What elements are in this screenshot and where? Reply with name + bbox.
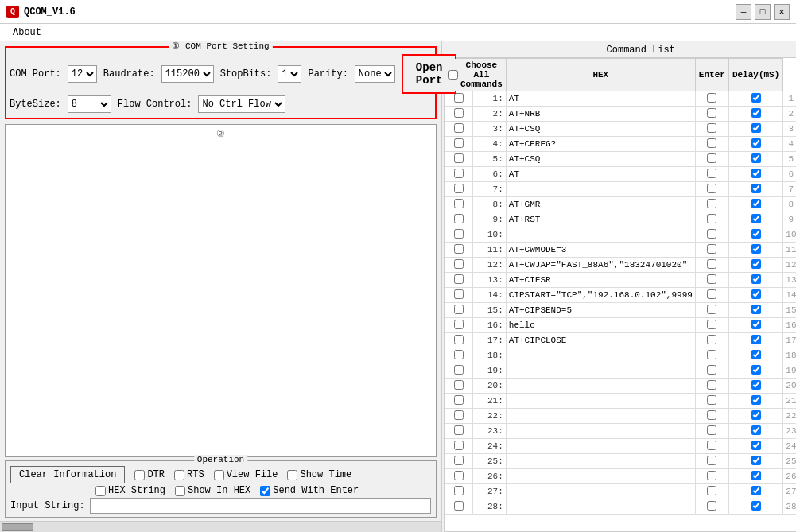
- h-scrollbar-thumb[interactable]: [2, 523, 33, 531]
- hex-checkbox[interactable]: [707, 486, 716, 495]
- row-checkbox[interactable]: [454, 501, 464, 511]
- view-file-checkbox[interactable]: [214, 470, 224, 480]
- parity-select[interactable]: None: [355, 65, 395, 83]
- hex-checkbox[interactable]: [707, 199, 716, 208]
- show-time-checkbox[interactable]: [287, 470, 297, 480]
- enter-checkbox[interactable]: [751, 471, 761, 480]
- row-checkbox[interactable]: [454, 229, 464, 239]
- hex-checkbox[interactable]: [707, 169, 716, 178]
- enter-checkbox[interactable]: [751, 395, 761, 405]
- send-with-enter-checkbox[interactable]: [260, 486, 270, 496]
- enter-checkbox[interactable]: [751, 320, 761, 329]
- show-in-hex-label[interactable]: Show In HEX: [175, 485, 250, 496]
- hex-checkbox[interactable]: [707, 320, 716, 329]
- dtr-label[interactable]: DTR: [134, 469, 165, 480]
- enter-checkbox[interactable]: [751, 214, 761, 223]
- hex-checkbox[interactable]: [707, 365, 716, 375]
- enter-checkbox[interactable]: [751, 153, 761, 163]
- enter-checkbox[interactable]: [751, 199, 761, 208]
- bytesize-select[interactable]: 8: [68, 95, 111, 113]
- enter-checkbox[interactable]: [751, 305, 761, 314]
- enter-checkbox[interactable]: [751, 441, 761, 450]
- hex-checkbox[interactable]: [707, 501, 716, 511]
- row-checkbox[interactable]: [454, 244, 464, 254]
- dtr-checkbox[interactable]: [134, 470, 145, 480]
- main-text-area[interactable]: [6, 125, 436, 456]
- hex-checkbox[interactable]: [707, 184, 716, 193]
- row-checkbox[interactable]: [454, 486, 464, 495]
- hex-checkbox[interactable]: [707, 289, 716, 299]
- row-checkbox[interactable]: [454, 471, 464, 480]
- row-checkbox[interactable]: [454, 410, 464, 420]
- enter-checkbox[interactable]: [751, 365, 761, 375]
- hex-string-label[interactable]: HEX String: [95, 485, 165, 496]
- hex-checkbox[interactable]: [707, 138, 716, 148]
- enter-checkbox[interactable]: [751, 410, 761, 420]
- rts-label[interactable]: RTS: [174, 469, 204, 480]
- hex-checkbox[interactable]: [707, 229, 716, 239]
- row-checkbox[interactable]: [454, 289, 464, 299]
- menu-about[interactable]: About: [6, 25, 48, 40]
- enter-checkbox[interactable]: [751, 289, 761, 299]
- hex-checkbox[interactable]: [707, 380, 716, 390]
- enter-checkbox[interactable]: [751, 425, 761, 435]
- hex-checkbox[interactable]: [707, 123, 716, 133]
- baudrate-select[interactable]: 115200: [161, 65, 214, 83]
- hex-checkbox[interactable]: [707, 214, 716, 223]
- row-checkbox[interactable]: [454, 395, 464, 405]
- row-checkbox[interactable]: [454, 169, 464, 178]
- row-checkbox[interactable]: [454, 123, 464, 133]
- enter-checkbox[interactable]: [751, 169, 761, 178]
- hex-checkbox[interactable]: [707, 153, 716, 163]
- hex-checkbox[interactable]: [707, 108, 716, 118]
- row-checkbox[interactable]: [454, 274, 464, 284]
- rts-checkbox[interactable]: [174, 470, 184, 480]
- hex-checkbox[interactable]: [707, 274, 716, 284]
- enter-checkbox[interactable]: [751, 259, 761, 269]
- row-checkbox[interactable]: [454, 320, 464, 329]
- enter-checkbox[interactable]: [751, 244, 761, 254]
- hex-checkbox[interactable]: [707, 259, 716, 269]
- row-checkbox[interactable]: [454, 380, 464, 390]
- row-checkbox[interactable]: [454, 199, 464, 208]
- choose-all-checkbox[interactable]: [448, 70, 458, 80]
- maximize-button[interactable]: □: [755, 4, 771, 20]
- show-time-label[interactable]: Show Time: [287, 469, 351, 480]
- enter-checkbox[interactable]: [751, 229, 761, 239]
- hex-checkbox[interactable]: [707, 425, 716, 435]
- close-button[interactable]: ✕: [774, 4, 790, 20]
- row-checkbox[interactable]: [454, 184, 464, 193]
- enter-checkbox[interactable]: [751, 380, 761, 390]
- hex-checkbox[interactable]: [707, 335, 716, 344]
- hex-checkbox[interactable]: [707, 441, 716, 450]
- enter-checkbox[interactable]: [751, 456, 761, 465]
- minimize-button[interactable]: —: [736, 4, 751, 20]
- hex-checkbox[interactable]: [707, 93, 716, 103]
- stopbits-select[interactable]: 1: [278, 65, 301, 83]
- com-port-select[interactable]: 12: [68, 65, 97, 83]
- enter-checkbox[interactable]: [751, 123, 761, 133]
- row-checkbox[interactable]: [454, 456, 464, 465]
- send-with-enter-label[interactable]: Send With Enter: [260, 485, 359, 496]
- enter-checkbox[interactable]: [751, 138, 761, 148]
- hex-checkbox[interactable]: [707, 395, 716, 405]
- row-checkbox[interactable]: [454, 259, 464, 269]
- flow-control-select[interactable]: No Ctrl Flow: [198, 95, 285, 113]
- enter-checkbox[interactable]: [751, 93, 761, 103]
- enter-checkbox[interactable]: [751, 274, 761, 284]
- hex-checkbox[interactable]: [707, 305, 716, 314]
- row-checkbox[interactable]: [454, 108, 464, 118]
- row-checkbox[interactable]: [454, 335, 464, 344]
- enter-checkbox[interactable]: [751, 108, 761, 118]
- hex-checkbox[interactable]: [707, 410, 716, 420]
- h-scrollbar[interactable]: [0, 521, 441, 532]
- enter-checkbox[interactable]: [751, 184, 761, 193]
- view-file-label[interactable]: View File: [214, 469, 278, 480]
- enter-checkbox[interactable]: [751, 335, 761, 344]
- row-checkbox[interactable]: [454, 305, 464, 314]
- row-checkbox[interactable]: [454, 365, 464, 375]
- enter-checkbox[interactable]: [751, 501, 761, 511]
- hex-checkbox[interactable]: [707, 471, 716, 480]
- row-checkbox[interactable]: [454, 214, 464, 223]
- row-checkbox[interactable]: [454, 350, 464, 359]
